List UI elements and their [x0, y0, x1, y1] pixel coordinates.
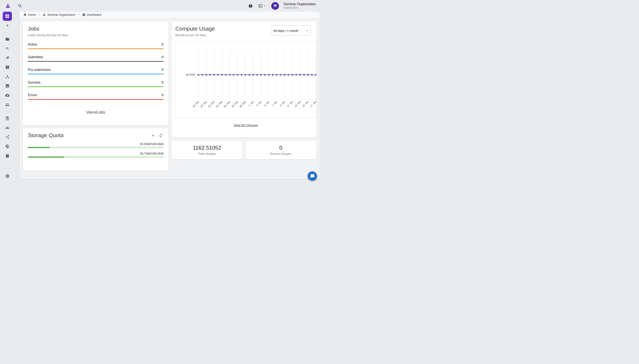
view-all-jobs-link[interactable]: View All Jobs — [86, 110, 105, 114]
storage-card-actions — [151, 133, 163, 138]
sidebar-divider — [3, 32, 11, 32]
search-icon — [18, 4, 23, 8]
breadcrumb-home[interactable]: Home — [23, 13, 36, 16]
sidebar-item-folder[interactable] — [0, 34, 15, 44]
svg-text:22. Dec: 22. Dec — [207, 100, 215, 108]
sidebar-item-queue[interactable] — [0, 44, 15, 53]
dashboard-grid-icon — [5, 14, 10, 18]
chat-widget-button[interactable] — [308, 172, 317, 181]
org-name: Seminar Organization — [284, 2, 316, 6]
compute-usage-card: Compute Usage Based on last 30 days 30 d… — [172, 22, 316, 137]
cloud-upload-icon — [5, 93, 10, 98]
svg-text:24. Dec: 24. Dec — [216, 100, 223, 108]
sidebar-item-language[interactable] — [0, 172, 15, 181]
sidebar-item-cloud[interactable] — [0, 90, 15, 100]
avatar-letter: W — [274, 4, 277, 8]
sidebar-item-billing[interactable] — [0, 114, 15, 123]
compute-card-subtitle: Based on last 30 days — [175, 33, 215, 37]
folder-icon — [5, 37, 10, 41]
jobs-card: Jobs 0 jobs during the last 30 days Acti… — [23, 22, 168, 125]
svg-text:20. Dec: 20. Dec — [200, 100, 207, 108]
stats-row: 1162.51052 Total charges 0 Recent charge… — [172, 141, 316, 159]
storage-quota-bar — [28, 156, 163, 158]
sidebar-item-bubbles[interactable] — [0, 53, 15, 62]
app-window: W Seminar Organization Organisation — [0, 0, 319, 182]
storage-quota-card: Storage Quota — [23, 128, 168, 171]
total-charges-value: 1162.51052 — [193, 144, 221, 151]
sidebar-item-images[interactable] — [0, 81, 15, 90]
search-button[interactable] — [17, 3, 23, 9]
refresh-icon — [159, 134, 163, 138]
chevron-right-icon — [38, 13, 41, 16]
sidebar-item-storage[interactable] — [0, 151, 15, 160]
svg-text:28. Dec: 28. Dec — [231, 100, 239, 108]
sidebar-item-hub[interactable] — [0, 72, 15, 81]
avatar[interactable]: W — [271, 2, 279, 10]
sidebar-item-dashboard[interactable] — [3, 12, 12, 21]
storage-refresh-button[interactable] — [158, 133, 163, 138]
help-button[interactable] — [248, 3, 253, 8]
job-row-label: Success — [28, 80, 40, 84]
storage-add-button[interactable] — [151, 133, 156, 138]
breadcrumb-separator — [77, 13, 80, 16]
view-all-charges-link[interactable]: View All Charges — [234, 124, 258, 127]
people-icon — [5, 102, 10, 107]
svg-text:5. Jan: 5. Jan — [264, 100, 270, 107]
dashboard-content: Jobs 0 jobs during the last 30 days Acti… — [20, 18, 319, 179]
sidebar-add-button[interactable] — [0, 21, 15, 30]
compute-card-header: Compute Usage Based on last 30 days 30 d… — [175, 26, 316, 37]
job-row-active: Active 0 — [28, 42, 163, 49]
job-row-label: Errors — [28, 93, 37, 97]
total-charges-label: Total charges — [198, 152, 216, 156]
job-row-label: Pre-submission — [28, 68, 51, 72]
job-row-value: 0 — [162, 68, 163, 72]
terminal-menu-button[interactable] — [258, 3, 267, 8]
svg-text:17. Jan: 17. Jan — [310, 100, 316, 108]
storage-card-header: Storage Quota — [28, 132, 163, 138]
job-row-errors: Errors 0 — [28, 93, 163, 100]
svg-text:26. Dec: 26. Dec — [223, 100, 231, 108]
chevron-right-icon — [77, 13, 80, 16]
sidebar-item-one[interactable] — [0, 62, 15, 72]
topbar-right: W Seminar Organization Organisation — [248, 2, 317, 10]
left-column: Jobs 0 jobs during the last 30 days Acti… — [23, 22, 168, 176]
svg-text:11. Jan: 11. Jan — [286, 100, 294, 108]
terminal-icon — [258, 4, 263, 8]
svg-text:3. Jan: 3. Jan — [256, 100, 262, 107]
image-icon — [5, 84, 10, 88]
recent-charges-label: Recent charges — [270, 152, 291, 156]
sidebar-divider — [3, 111, 11, 112]
dropdown-arrow-icon — [305, 29, 309, 32]
breadcrumb: Home Seminar Organization Dashboard — [20, 12, 319, 18]
globe-icon — [5, 144, 10, 148]
chat-bubble-icon — [310, 174, 315, 178]
sidebar-item-public[interactable] — [0, 142, 15, 151]
help-icon — [248, 4, 253, 8]
date-range-select[interactable]: 30 days / 1 month — [270, 26, 311, 36]
right-column: Compute Usage Based on last 30 days 30 d… — [172, 22, 316, 176]
storage-quota-item: 16.0GB/100.0GB — [28, 142, 163, 148]
job-row-submitted: Submitted 0 — [28, 55, 163, 62]
sidebar-item-people[interactable] — [0, 100, 15, 109]
breadcrumb-organization[interactable]: Seminar Organization — [43, 13, 75, 16]
svg-text:18. Dec: 18. Dec — [192, 100, 200, 108]
job-row-label: Active — [28, 42, 37, 46]
storage-quota-fill — [28, 147, 50, 148]
svg-text:7. Jan: 7. Jan — [272, 100, 278, 107]
svg-text:1. Jan: 1. Jan — [248, 100, 254, 107]
job-row-value: 0 — [162, 93, 163, 97]
svg-text:9. Jan: 9. Jan — [279, 100, 286, 107]
job-row-value: 0 — [162, 55, 163, 59]
total-charges-card: 1162.51052 Total charges — [172, 141, 242, 159]
svg-text:30. Dec: 30. Dec — [239, 100, 247, 108]
sidebar-item-share[interactable] — [0, 132, 15, 142]
device-hub-icon — [5, 74, 10, 79]
job-row-label: Submitted — [28, 55, 43, 59]
breadcrumb-dashboard[interactable]: Dashboard — [82, 13, 101, 16]
compute-usage-chart-container: 18. Dec20. Dec22. Dec24. Dec26. Dec28. D… — [175, 41, 316, 118]
storage-quota-label: 16.0GB/100.0GB — [28, 142, 163, 146]
app-logo[interactable] — [5, 3, 11, 9]
sidebar-item-groups[interactable] — [0, 123, 15, 132]
share-icon — [5, 135, 10, 139]
topbar-left — [5, 3, 23, 9]
